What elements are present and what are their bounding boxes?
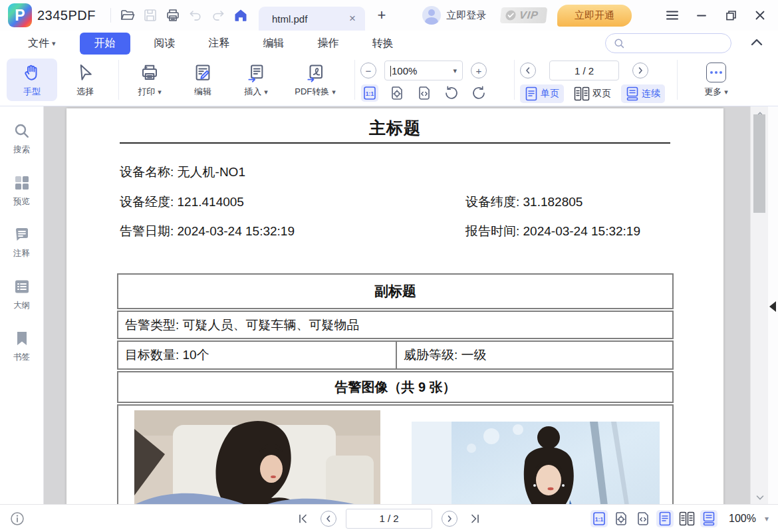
scrollbar-thumb[interactable]: [753, 114, 765, 213]
previous-page-button[interactable]: [520, 63, 536, 78]
rotate-right-button[interactable]: [470, 84, 487, 102]
menu-operate[interactable]: 操作: [309, 33, 348, 55]
tab-title: html.pdf: [272, 13, 348, 25]
alarm-photo-1: [134, 410, 380, 504]
cursor-arrow-icon: [75, 63, 95, 82]
menu-file[interactable]: 文件 ▾: [19, 33, 65, 55]
last-page-button[interactable]: [469, 514, 480, 523]
device-name-line: 设备名称: 无人机-NO1: [120, 164, 245, 181]
pdf-convert-icon: [305, 63, 325, 82]
minimize-button[interactable]: [690, 4, 713, 27]
right-panel-strip: [768, 106, 778, 504]
print-tool-button[interactable]: 打印▾: [124, 59, 175, 101]
menu-start[interactable]: 开始: [80, 33, 130, 55]
first-page-button[interactable]: [298, 514, 309, 523]
fit-page-button[interactable]: [612, 510, 630, 527]
next-page-button[interactable]: [442, 511, 457, 527]
page-indicator[interactable]: 1 / 2: [549, 61, 619, 80]
restore-button[interactable]: [719, 4, 742, 27]
new-tab-button[interactable]: +: [372, 7, 392, 24]
fit-page-button[interactable]: [388, 84, 406, 102]
caret-down-icon: ▾: [52, 39, 56, 48]
caret-down-icon[interactable]: ▾: [453, 66, 457, 75]
divider: [354, 60, 355, 100]
save-button[interactable]: [139, 4, 162, 27]
insert-tool-label: 插入▾: [244, 86, 268, 98]
info-icon: [9, 511, 25, 527]
actual-size-button[interactable]: 1:1: [361, 84, 378, 102]
close-icon: [755, 10, 765, 21]
app-menu-button[interactable]: [661, 4, 684, 27]
undo-icon: [188, 7, 203, 23]
caret-down-icon: ▾: [332, 88, 336, 96]
fit-width-button[interactable]: [634, 510, 652, 527]
single-page-mode-button[interactable]: 单页: [520, 84, 564, 103]
double-page-mode-button[interactable]: 双页: [569, 84, 616, 103]
hand-icon: [22, 63, 42, 82]
home-button[interactable]: [229, 4, 252, 27]
menu-edit[interactable]: 编辑: [254, 33, 294, 55]
actual-size-button[interactable]: 1:1: [590, 510, 608, 527]
zoom-level-value[interactable]: 100%: [729, 513, 756, 525]
more-tools-button[interactable]: 更多▾: [691, 59, 741, 101]
menu-annotate[interactable]: 注释: [199, 33, 239, 55]
hand-tool-button[interactable]: 手型: [7, 59, 57, 101]
threat-level-cell: 威胁等级: 一级: [397, 342, 672, 368]
redo-button[interactable]: [207, 4, 229, 27]
zoom-level-input[interactable]: 100% ▾: [384, 61, 463, 80]
sidebar-item-outline[interactable]: 大纲: [13, 278, 31, 311]
vip-badge[interactable]: VIP: [500, 7, 547, 23]
page-indicator[interactable]: 1 / 2: [346, 509, 432, 529]
next-page-button[interactable]: [632, 63, 648, 78]
caret-down-icon[interactable]: ▾: [765, 514, 769, 523]
document-canvas[interactable]: 主标题 设备名称: 无人机-NO1 设备经度: 121.414005 设备纬度:…: [44, 106, 750, 504]
comment-icon: [13, 226, 31, 243]
document-info-button[interactable]: [9, 511, 25, 527]
statusbar: 1 / 2 1:1: [0, 504, 778, 532]
login-button[interactable]: 立即登录: [446, 9, 486, 22]
continuous-mode-button[interactable]: 连续: [621, 84, 665, 103]
menu-read[interactable]: 阅读: [145, 33, 185, 55]
sidebar-item-preview[interactable]: 预览: [13, 174, 31, 207]
upgrade-button[interactable]: 立即开通: [557, 5, 632, 27]
table-images-header-row: 告警图像（共 9 张）: [117, 371, 674, 403]
single-page-mode-button[interactable]: [656, 510, 674, 527]
sidebar-item-search[interactable]: 搜索: [13, 122, 31, 156]
scroll-down-icon[interactable]: [751, 491, 769, 503]
chevron-left-icon: [524, 66, 532, 74]
double-page-mode-button[interactable]: [678, 510, 696, 527]
undo-button[interactable]: [184, 4, 207, 27]
bookmark-icon: [13, 330, 31, 347]
vertical-scrollbar[interactable]: [750, 106, 768, 504]
continuous-mode-button[interactable]: [700, 510, 717, 527]
restore-icon: [725, 10, 737, 21]
pdf-convert-tool-button[interactable]: PDF转换▾: [284, 59, 346, 101]
sidebar-item-annotations[interactable]: 注释: [13, 226, 31, 259]
avatar[interactable]: [422, 6, 441, 25]
zoom-out-button[interactable]: −: [360, 63, 376, 78]
fit-width-button[interactable]: [416, 84, 433, 102]
search-input[interactable]: [605, 33, 731, 53]
menu-convert[interactable]: 转换: [363, 33, 403, 55]
print-button[interactable]: [162, 4, 184, 27]
last-page-icon: [469, 514, 480, 523]
table-photos-row: [117, 404, 674, 504]
hand-tool-label: 手型: [23, 86, 41, 98]
select-tool-label: 选择: [76, 86, 94, 98]
collapse-ribbon-button[interactable]: [750, 37, 763, 49]
tab-close-icon[interactable]: ×: [348, 12, 357, 25]
select-tool-button[interactable]: 选择: [60, 59, 110, 101]
close-button[interactable]: [749, 4, 771, 27]
collapse-panel-arrow-icon[interactable]: [769, 301, 776, 312]
edit-tool-button[interactable]: 编辑: [178, 59, 228, 101]
text-cursor: [390, 66, 391, 76]
rotate-left-button[interactable]: [443, 84, 460, 102]
sidebar-item-bookmarks[interactable]: 书签: [13, 330, 31, 363]
titlebar: P 2345PDF html.pdf × + 立即登录: [0, 0, 778, 31]
zoom-in-button[interactable]: +: [471, 63, 487, 78]
document-tab[interactable]: html.pdf ×: [259, 7, 365, 31]
redo-icon: [210, 7, 226, 23]
insert-tool-button[interactable]: 插入▾: [231, 59, 281, 101]
open-file-button[interactable]: [116, 4, 139, 27]
previous-page-button[interactable]: [321, 511, 336, 527]
